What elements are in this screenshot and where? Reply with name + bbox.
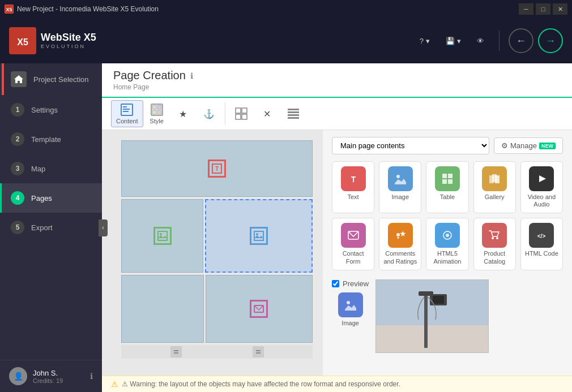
help-dropdown-icon: ▾ <box>426 37 430 45</box>
logo: X5 WebSite X5 EVOLUTION <box>9 27 96 54</box>
anchor-button[interactable]: ⚓ <box>197 104 221 123</box>
sidebar: Project Selection 1 Settings 2 Template … <box>0 63 102 392</box>
delete-button[interactable]: ✕ <box>255 104 280 123</box>
sidebar-footer: 👤 John S. Credits: 19 ℹ <box>0 360 102 392</box>
cell-2-2[interactable] <box>205 199 313 273</box>
cell-3-2[interactable] <box>206 275 313 343</box>
export-label: Export <box>31 223 53 232</box>
help-button[interactable]: ? ▾ <box>414 33 436 49</box>
preview-image <box>375 279 489 353</box>
svg-point-64 <box>347 301 350 304</box>
cell-3-1[interactable] <box>121 275 204 343</box>
back-button[interactable]: ← <box>509 28 533 53</box>
widget-contact[interactable]: Contact Form <box>332 218 374 270</box>
user-name: John S. <box>33 369 84 377</box>
svg-rect-67 <box>376 325 489 353</box>
favorite-button[interactable]: ★ <box>170 104 195 123</box>
save-button[interactable]: 💾 ▾ <box>440 33 467 49</box>
handle-1[interactable] <box>170 346 182 357</box>
widget-video-audio[interactable]: Video and Audio <box>520 161 563 213</box>
canvas-row-2: 2 <box>121 199 313 273</box>
export-num: 5 <box>11 221 24 234</box>
preview-image-icon <box>338 292 363 317</box>
svg-rect-40 <box>448 174 453 178</box>
preview-checkbox[interactable] <box>332 280 339 287</box>
svg-rect-68 <box>424 291 428 348</box>
breadcrumb: Home Page <box>113 83 561 91</box>
preview-image-widget: Image <box>332 292 369 327</box>
svg-rect-9 <box>123 111 129 112</box>
sidebar-item-settings[interactable]: 1 Settings <box>0 95 102 124</box>
svg-rect-46 <box>495 175 500 183</box>
sidebar-item-template[interactable]: 2 Template <box>0 124 102 154</box>
svg-rect-12 <box>157 105 161 109</box>
content-type-select[interactable]: Main page contents <box>332 137 489 154</box>
html-code-widget-label: HTML Code <box>525 250 558 257</box>
svg-rect-7 <box>123 106 127 107</box>
svg-text:★: ★ <box>399 229 406 238</box>
widget-gallery[interactable]: Gallery <box>473 161 516 213</box>
svg-rect-33 <box>256 352 261 354</box>
forward-button[interactable]: → <box>538 28 563 53</box>
canvas-area: 1 T <box>102 130 323 376</box>
gallery-widget-label: Gallery <box>485 193 505 201</box>
canvas-row-1: 1 T <box>121 140 313 197</box>
anchor-icon: ⚓ <box>202 107 216 120</box>
grid-button[interactable] <box>229 104 254 123</box>
settings-num: 1 <box>11 103 24 117</box>
widgets-grid: T Text Image <box>332 161 563 270</box>
page-title-text: Page Creation <box>113 69 186 82</box>
logo-edition: EVOLUTION <box>41 44 96 50</box>
svg-rect-21 <box>288 114 299 116</box>
sidebar-item-project[interactable]: Project Selection <box>0 63 102 95</box>
minimize-button[interactable]: ─ <box>519 3 533 15</box>
svg-rect-17 <box>236 114 241 119</box>
cell-1-1[interactable]: T <box>121 140 313 197</box>
manage-label: Manage <box>510 141 537 150</box>
svg-rect-30 <box>174 350 178 351</box>
svg-point-26 <box>160 233 162 235</box>
svg-rect-25 <box>158 231 167 240</box>
main: Project Selection 1 Settings 2 Template … <box>0 63 572 392</box>
canvas-row-3: 3 <box>121 275 313 343</box>
logo-name: WebSite X5 <box>41 32 96 44</box>
toolbar: Content Style ★ ⚓ <box>102 98 572 130</box>
table-widget-label: Table <box>440 193 455 201</box>
info-button[interactable]: ℹ <box>90 372 93 381</box>
new-badge: NEW <box>539 143 556 149</box>
manage-button[interactable]: ⚙ Manage NEW <box>494 137 563 154</box>
close-button[interactable]: ✕ <box>553 3 567 15</box>
user-credits: Credits: 19 <box>33 377 84 384</box>
preview-button[interactable]: 👁 <box>471 33 490 49</box>
content-tool-button[interactable]: Content <box>111 100 143 127</box>
comments-widget-label: Comments and Ratings <box>382 250 419 265</box>
sidebar-item-map[interactable]: 3 Map <box>0 154 102 183</box>
save-dropdown-icon: ▾ <box>457 37 461 45</box>
preview-checkbox-row[interactable]: Preview <box>332 279 369 288</box>
table-widget-icon <box>435 166 460 191</box>
widget-text[interactable]: T Text <box>332 161 374 213</box>
sidebar-item-export[interactable]: 5 Export <box>0 213 102 242</box>
svg-text:T: T <box>351 175 356 184</box>
manage-icon: ⚙ <box>501 141 508 150</box>
svg-point-37 <box>396 175 400 178</box>
html5-widget-icon <box>435 223 460 248</box>
properties-button[interactable] <box>281 104 306 123</box>
maximize-button[interactable]: □ <box>536 3 550 15</box>
svg-rect-14 <box>157 110 161 114</box>
svg-rect-32 <box>256 350 261 351</box>
widget-comments[interactable]: ★ Comments and Ratings <box>379 218 421 270</box>
handle-2[interactable] <box>253 346 264 357</box>
widget-table[interactable]: Table <box>426 161 468 213</box>
canvas-scroll[interactable]: 1 T <box>108 136 317 370</box>
widget-product[interactable]: Product Catalog <box>473 218 516 270</box>
widget-image[interactable]: Image <box>379 161 421 213</box>
widget-html-code[interactable]: </> HTML Code <box>520 218 563 270</box>
sidebar-collapse-button[interactable]: ‹ <box>99 219 108 236</box>
cell-2-1[interactable] <box>121 199 203 273</box>
sidebar-item-pages[interactable]: 4 Pages <box>0 183 102 213</box>
style-tool-button[interactable]: Style <box>144 100 169 127</box>
page-info-icon[interactable]: ℹ <box>190 71 193 80</box>
widget-html5[interactable]: HTML5 Animation <box>426 218 468 270</box>
contact-widget-icon <box>341 223 366 248</box>
